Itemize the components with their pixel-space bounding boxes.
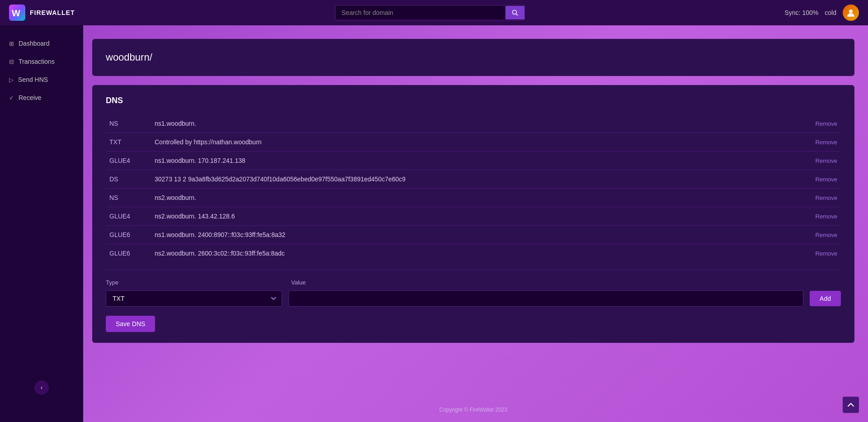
copyright-text: Copyright © FireWallet 2023 (439, 407, 507, 413)
transactions-icon: ⊟ (9, 58, 14, 65)
remove-record-link[interactable]: Remove (816, 250, 837, 257)
record-type: NS (106, 114, 151, 133)
dns-section-title: DNS (106, 96, 841, 105)
record-type: GLUE4 (106, 207, 151, 226)
dns-records-table: NS ns1.woodburn. Remove TXT Controlled b… (106, 114, 841, 262)
remove-record-link[interactable]: Remove (816, 176, 837, 183)
table-row: TXT Controlled by https://nathan.woodbur… (106, 133, 841, 152)
value-field-label: Value (291, 279, 841, 286)
sidebar-item-dashboard-label: Dashboard (19, 40, 50, 47)
save-dns-button[interactable]: Save DNS (106, 316, 155, 332)
sidebar-item-transactions[interactable]: ⊟ Transactions (0, 52, 83, 71)
firewallet-logo-icon: W (9, 5, 25, 21)
topbar-right: Sync: 100% cold (785, 5, 859, 21)
add-row-inputs: TXTNSGLUE4GLUE6DSAAAAACNAMEMX Add (106, 290, 841, 307)
send-icon: ▷ (9, 76, 14, 83)
record-type: GLUE4 (106, 152, 151, 170)
sidebar-item-send-hns[interactable]: ▷ Send HNS (0, 71, 83, 89)
dashboard-icon: ⊞ (9, 40, 14, 47)
user-label: cold (825, 9, 836, 16)
sidebar-collapse-button[interactable]: ‹ (34, 380, 49, 395)
svg-line-3 (516, 14, 518, 16)
record-value: Controlled by https://nathan.woodburn (151, 133, 796, 152)
topbar: W FIREWALLET Sync: 100% cold (0, 0, 868, 25)
receive-icon: ✓ (9, 95, 14, 101)
table-row: GLUE4 ns2.woodburn. 143.42.128.6 Remove (106, 207, 841, 226)
table-row: GLUE6 ns2.woodburn. 2600:3c02::f03c:93ff… (106, 244, 841, 263)
avatar-icon (846, 8, 856, 18)
sidebar: ⊞ Dashboard ⊟ Transactions ▷ Send HNS ✓ … (0, 25, 83, 422)
record-value: ns1.woodburn. 2400:8907::f03c:93ff:fe5a:… (151, 226, 796, 244)
save-dns-container: Save DNS (106, 307, 841, 332)
record-value: 30273 13 2 9a3a8fb3d625d2a2073d740f10da6… (151, 170, 796, 189)
record-value: ns1.woodburn. (151, 114, 796, 133)
table-row: GLUE6 ns1.woodburn. 2400:8907::f03c:93ff… (106, 226, 841, 244)
record-value: ns2.woodburn. (151, 189, 796, 207)
remove-record-link[interactable]: Remove (816, 157, 837, 164)
search-button[interactable] (505, 6, 524, 19)
record-type: TXT (106, 133, 151, 152)
table-row: DS 30273 13 2 9a3a8fb3d625d2a2073d740f10… (106, 170, 841, 189)
record-type: GLUE6 (106, 226, 151, 244)
remove-record-link[interactable]: Remove (816, 120, 837, 127)
remove-record-link[interactable]: Remove (816, 139, 837, 146)
app-name: FIREWALLET (30, 9, 75, 16)
svg-text:W: W (12, 8, 20, 18)
sidebar-item-receive-label: Receive (19, 94, 42, 101)
table-row: GLUE4 ns1.woodburn. 170.187.241.138 Remo… (106, 152, 841, 170)
search-input[interactable] (335, 5, 505, 20)
add-record-section: Type Value TXTNSGLUE4GLUE6DSAAAAACNAMEMX… (106, 270, 841, 307)
svg-point-4 (849, 9, 853, 13)
search-icon (512, 9, 518, 16)
add-row-labels: Type Value (106, 279, 841, 286)
table-row: NS ns1.woodburn. Remove (106, 114, 841, 133)
remove-record-link[interactable]: Remove (816, 213, 837, 220)
record-value: ns1.woodburn. 170.187.241.138 (151, 152, 796, 170)
remove-record-link[interactable]: Remove (816, 232, 837, 238)
record-value: ns2.woodburn. 143.42.128.6 (151, 207, 796, 226)
topbar-center (75, 5, 784, 20)
main-layout: ⊞ Dashboard ⊟ Transactions ▷ Send HNS ✓ … (0, 25, 868, 422)
record-type: NS (106, 189, 151, 207)
chevron-up-icon (848, 403, 854, 407)
footer: Copyright © FireWallet 2023 (92, 398, 854, 422)
record-type: DS (106, 170, 151, 189)
sidebar-item-receive[interactable]: ✓ Receive (0, 89, 83, 107)
sidebar-item-send-hns-label: Send HNS (18, 76, 48, 83)
avatar-button[interactable] (843, 5, 859, 21)
type-field-label: Type (106, 279, 282, 286)
sync-status: Sync: 100% (785, 9, 819, 16)
type-select[interactable]: TXTNSGLUE4GLUE6DSAAAAACNAMEMX (106, 290, 282, 307)
chevron-left-icon: ‹ (41, 384, 42, 391)
sidebar-item-transactions-label: Transactions (19, 58, 55, 65)
value-input[interactable] (288, 290, 803, 307)
record-type: GLUE6 (106, 244, 151, 263)
table-row: NS ns2.woodburn. Remove (106, 189, 841, 207)
add-record-button[interactable]: Add (810, 291, 841, 306)
logo-area: W FIREWALLET (9, 5, 75, 21)
search-wrapper (335, 5, 525, 20)
sidebar-item-dashboard[interactable]: ⊞ Dashboard (0, 34, 83, 52)
scroll-to-top-button[interactable] (843, 397, 859, 413)
remove-record-link[interactable]: Remove (816, 194, 837, 201)
dns-card: DNS NS ns1.woodburn. Remove TXT Controll… (92, 85, 854, 343)
domain-title: woodburn/ (106, 52, 152, 63)
domain-card: woodburn/ (92, 39, 854, 76)
main-content: woodburn/ DNS NS ns1.woodburn. Remove TX… (83, 25, 868, 422)
record-value: ns2.woodburn. 2600:3c02::f03c:93ff:fe5a:… (151, 244, 796, 263)
